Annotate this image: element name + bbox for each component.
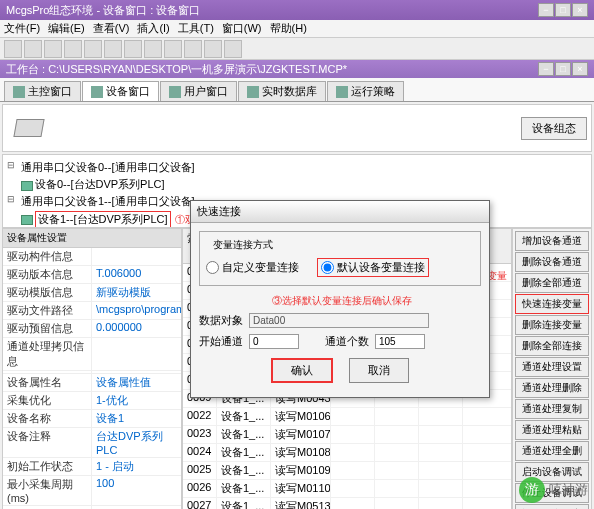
- toolbar-button[interactable]: [164, 40, 182, 58]
- maximize-button[interactable]: □: [555, 3, 571, 17]
- ch-count-input[interactable]: [375, 334, 425, 349]
- toolbar-button[interactable]: [184, 40, 202, 58]
- toolbar-button[interactable]: [124, 40, 142, 58]
- tab-label: 运行策略: [351, 84, 395, 99]
- radio-custom[interactable]: 自定义变量连接: [206, 258, 299, 277]
- cell: [331, 426, 375, 443]
- tree-node[interactable]: 通用串口父设备0--[通用串口父设备]: [7, 159, 587, 176]
- side-button[interactable]: 通道处理全删: [515, 441, 589, 461]
- cell: [419, 462, 463, 479]
- side-button[interactable]: 增加设备通道: [515, 231, 589, 251]
- property-grid[interactable]: 设备属性设置 驱动构件信息驱动版本信息T.006000驱动模版信息新驱动模版驱动…: [2, 228, 182, 509]
- toolbar-button[interactable]: [224, 40, 242, 58]
- cell-var: 设备1_...: [217, 480, 271, 497]
- cell: [419, 426, 463, 443]
- grid-row[interactable]: 0025设备1_...读写M0109: [183, 462, 511, 480]
- tab-device-window[interactable]: 设备窗口: [82, 81, 159, 101]
- side-button[interactable]: 设备信息导出: [515, 504, 589, 509]
- prop-row[interactable]: 设备属性名设备属性值: [3, 374, 181, 392]
- grid-row[interactable]: 0026设备1_...读写M0110: [183, 480, 511, 498]
- prop-row[interactable]: 设备注释台达DVP系列PLC: [3, 428, 181, 458]
- tree-leaf[interactable]: 设备0--[台达DVP系列PLC]: [7, 176, 587, 193]
- cell: [331, 408, 375, 425]
- cell-index: 0022: [183, 408, 217, 425]
- side-button-panel: 增加设备通道删除设备通道删除全部通道快速连接变量删除连接变量删除全部连接通道处理…: [512, 228, 592, 509]
- menu-view[interactable]: 查看(V): [93, 21, 130, 36]
- toolbar-button[interactable]: [104, 40, 122, 58]
- menu-tools[interactable]: 工具(T): [178, 21, 214, 36]
- side-button[interactable]: 删除全部通道: [515, 273, 589, 293]
- side-button[interactable]: 删除连接变量: [515, 315, 589, 335]
- prop-row[interactable]: 最小采集周期(ms)100: [3, 476, 181, 506]
- grid-row[interactable]: 0022设备1_...读写M0106: [183, 408, 511, 426]
- radio-default[interactable]: 默认设备变量连接: [317, 258, 429, 277]
- data-obj-input[interactable]: [249, 313, 429, 328]
- watermark-icon: 游: [519, 477, 545, 503]
- prop-key: [3, 371, 92, 373]
- start-ch-input[interactable]: [249, 334, 299, 349]
- prop-header: 设备属性设置: [3, 229, 181, 248]
- tab-run-strategy[interactable]: 运行策略: [327, 81, 404, 101]
- database-icon: [247, 86, 259, 98]
- side-button[interactable]: 快速连接变量: [515, 294, 589, 314]
- close-button[interactable]: ×: [572, 62, 588, 76]
- close-button[interactable]: ×: [572, 3, 588, 17]
- radio-input[interactable]: [321, 261, 334, 274]
- menu-file[interactable]: 文件(F): [4, 21, 40, 36]
- toolbar-button[interactable]: [144, 40, 162, 58]
- toolbar-button[interactable]: [44, 40, 62, 58]
- prop-row[interactable]: 驱动构件信息: [3, 248, 181, 266]
- toolbar-button[interactable]: [64, 40, 82, 58]
- grid-row[interactable]: 0023设备1_...读写M0107: [183, 426, 511, 444]
- side-button[interactable]: 通道处理删除: [515, 378, 589, 398]
- prop-row[interactable]: 设备名称设备1: [3, 410, 181, 428]
- toolbar: [0, 38, 594, 60]
- toolbar-button[interactable]: [24, 40, 42, 58]
- tab-main-window[interactable]: 主控窗口: [4, 81, 81, 101]
- prop-key: 通道处理拷贝信息: [3, 338, 92, 370]
- maximize-button[interactable]: □: [555, 62, 571, 76]
- cancel-button[interactable]: 取消: [349, 358, 409, 383]
- prop-value: 0.000000: [92, 320, 181, 337]
- menu-window[interactable]: 窗口(W): [222, 21, 262, 36]
- tab-user-window[interactable]: 用户窗口: [160, 81, 237, 101]
- radio-input[interactable]: [206, 261, 219, 274]
- minimize-button[interactable]: −: [538, 62, 554, 76]
- annotation-3: ③选择默认变量连接后确认保存: [203, 292, 481, 310]
- cell-name: 读写M0106: [271, 408, 331, 425]
- toolbar-button[interactable]: [4, 40, 22, 58]
- tab-realtime-db[interactable]: 实时数据库: [238, 81, 326, 101]
- prop-value: 100: [92, 476, 181, 505]
- prop-row[interactable]: 驱动版本信息T.006000: [3, 266, 181, 284]
- prop-value: 设备1: [92, 410, 181, 427]
- grid-row[interactable]: 0027设备1_...读写M0513: [183, 498, 511, 509]
- menu-help[interactable]: 帮助(H): [270, 21, 307, 36]
- device-config-button[interactable]: 设备组态: [521, 117, 587, 140]
- prop-row[interactable]: 采集优化1-优化: [3, 392, 181, 410]
- connect-method-fieldset: 变量连接方式 自定义变量连接 默认设备变量连接: [199, 231, 481, 286]
- menu-edit[interactable]: 编辑(E): [48, 21, 85, 36]
- toolbar-button[interactable]: [204, 40, 222, 58]
- prop-row[interactable]: 驱动预留信息0.000000: [3, 320, 181, 338]
- minimize-button[interactable]: −: [538, 3, 554, 17]
- prop-row[interactable]: 初始工作状态1 - 启动: [3, 458, 181, 476]
- menubar: 文件(F) 编辑(E) 查看(V) 插入(I) 工具(T) 窗口(W) 帮助(H…: [0, 20, 594, 38]
- side-button[interactable]: 删除全部连接: [515, 336, 589, 356]
- side-button[interactable]: 通道处理设置: [515, 357, 589, 377]
- grid-row[interactable]: 0024设备1_...读写M0108: [183, 444, 511, 462]
- prop-row[interactable]: 通道处理拷贝信息: [3, 338, 181, 371]
- tab-label: 用户窗口: [184, 84, 228, 99]
- menu-insert[interactable]: 插入(I): [137, 21, 169, 36]
- tab-label: 实时数据库: [262, 84, 317, 99]
- side-button[interactable]: 删除设备通道: [515, 252, 589, 272]
- prop-row[interactable]: 驱动文件路径\mcgspro\program\drivers\plc\: [3, 302, 181, 320]
- window-controls: − □ ×: [538, 3, 588, 17]
- ok-button[interactable]: 确认: [271, 358, 333, 383]
- app-titlebar: McgsPro组态环境 - 设备窗口 : 设备窗口 − □ ×: [0, 0, 594, 20]
- side-button[interactable]: 通道处理复制: [515, 399, 589, 419]
- watermark: 游 嘻神游: [519, 477, 588, 503]
- cell-var: 设备1_...: [217, 498, 271, 509]
- side-button[interactable]: 通道处理粘贴: [515, 420, 589, 440]
- prop-row[interactable]: 驱动模版信息新驱动模版: [3, 284, 181, 302]
- toolbar-button[interactable]: [84, 40, 102, 58]
